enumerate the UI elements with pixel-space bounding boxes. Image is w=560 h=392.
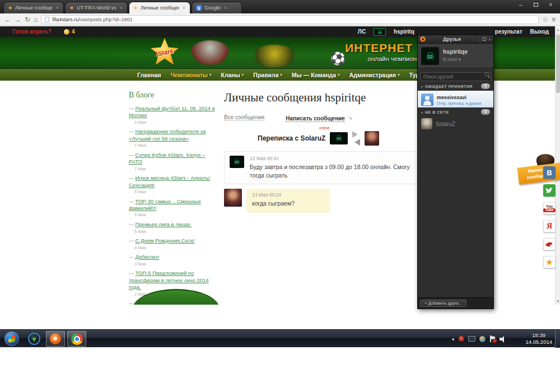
page-icon — [45, 17, 49, 22]
chevron-down-icon: ▾ — [398, 73, 400, 77]
own-avatar[interactable]: ☠ — [330, 132, 348, 144]
chrome-icon — [71, 333, 83, 345]
tab-ut-fifa[interactable]: ★ UT FIFA World vs UT × — [65, 2, 128, 13]
scroll-up-icon[interactable]: ▲ — [556, 27, 560, 32]
section-label: ОЖИДАЕТ ПРИНЯТИЯ — [425, 85, 479, 88]
taskbar-chrome[interactable] — [67, 331, 86, 347]
yandex-icon[interactable]: Я — [543, 220, 556, 232]
player-image — [252, 45, 297, 67]
sender-avatar[interactable] — [224, 189, 242, 207]
results-link[interactable]: результат — [495, 29, 522, 35]
friends-search-input[interactable] — [420, 72, 491, 81]
taskbar-mediaget[interactable]: ▼ — [25, 331, 44, 347]
friends-status-dropdown[interactable]: В сети ▾ — [443, 57, 468, 62]
friend-request-note[interactable]: Отпр. приглаш. в друзья — [437, 101, 481, 105]
network-icon[interactable] — [468, 336, 475, 342]
thread-header: Переписка с SolaruZ ☠ — [258, 131, 418, 146]
blog-link[interactable]: Дебютант — [136, 254, 160, 260]
message-text: Буду завтра и послезавтра з 09.00 до 18.… — [250, 163, 412, 180]
nav-rules[interactable]: Правила▾ — [253, 72, 282, 78]
blog-link[interactable]: Игрок месяца 4Stars - Апрель! Сенсация! — [129, 175, 210, 188]
logout-link[interactable]: Выход — [530, 29, 549, 35]
nav-administration[interactable]: Администрация▾ — [349, 72, 400, 78]
pm-link[interactable]: ЛС — [358, 29, 366, 35]
blog-heading: В блоге — [129, 91, 220, 100]
forward-icon[interactable]: → — [15, 16, 21, 23]
mediaget-icon: ▼ — [28, 333, 40, 345]
volume-icon[interactable] — [500, 335, 506, 342]
youtube-icon[interactable]: You Tube — [543, 202, 556, 214]
fourstars-icon[interactable]: ★ — [543, 256, 556, 268]
show-desktop-button[interactable] — [555, 330, 560, 348]
write-message-link[interactable]: Написать сообщение — [286, 115, 345, 122]
tray-app-icon[interactable] — [459, 336, 464, 342]
blog-link[interactable]: Премьер лига в лицах. — [136, 221, 192, 227]
menu-icon[interactable]: ≡ — [552, 16, 556, 23]
all-messages-link[interactable]: Все сообщения — [224, 114, 264, 121]
blog-date: 5 Мая — [134, 212, 220, 218]
blog-link[interactable]: Награждение победителя за «Лучший гол 59… — [129, 128, 206, 141]
blog-link[interactable]: Реальный футбол 11. 05. 2014 в Москве — [129, 105, 215, 118]
section-collapse-icon: ▾ — [421, 85, 423, 88]
blog-item: —Дебютант3 Мая — [129, 254, 220, 267]
taskbar-clock[interactable]: 18:39 14.05.2014 — [525, 332, 552, 346]
add-friend-button[interactable]: + Добавить друга... — [420, 300, 466, 307]
action-center-flag-icon[interactable] — [489, 335, 496, 342]
reload-icon[interactable]: ↻ — [25, 16, 30, 23]
ready-to-play-label[interactable]: Готов играть? — [12, 29, 52, 35]
blog-link[interactable]: ТОР-30 самых....Смешных фамилий!!! — [129, 198, 201, 211]
section-pending[interactable]: ▾ ОЖИДАЕТ ПРИНЯТИЯ 1 — [418, 82, 493, 91]
friend-row-pending[interactable]: messivsxavi Отпр. приглаш. в друзья — [418, 91, 493, 108]
nav-clans[interactable]: Кланы▾ — [221, 72, 244, 78]
home-icon[interactable]: ⌂ — [34, 16, 38, 23]
maximize-button[interactable] — [529, 1, 543, 9]
blog-link[interactable]: С Днем Рождения,Сеск! — [136, 237, 195, 244]
tab-close-icon[interactable]: × — [119, 5, 123, 11]
scrollbar-thumb[interactable] — [556, 34, 560, 93]
nav-championships[interactable]: Чемпионаты▾ — [171, 72, 212, 78]
blog-link[interactable]: Супер Кубок 4Stars. Xenys – РАТО — [129, 152, 205, 165]
tab-google[interactable]: g Google × — [192, 2, 242, 13]
bookmark-star-icon[interactable]: ☆ — [542, 16, 548, 23]
partner-avatar[interactable] — [365, 131, 379, 146]
hidden-icons-arrow[interactable]: ◄ — [451, 337, 455, 341]
google-favicon: g — [196, 5, 202, 11]
tab-label: UT FIFA World vs UT — [77, 5, 116, 11]
section-offline[interactable]: ▾ НЕ В СЕТИ 1 — [418, 108, 493, 116]
friends-close-button[interactable]: × — [488, 37, 491, 42]
friend-row-offline[interactable]: SolaruZ — [418, 116, 493, 131]
tab-close-icon[interactable]: × — [223, 5, 227, 11]
minimize-button[interactable]: – — [514, 1, 528, 9]
tray-color-icon[interactable] — [479, 336, 486, 342]
url-bar[interactable]: fifa4stars.ru/userposts.php?id=1801 — [41, 15, 539, 24]
back-icon[interactable]: ← — [4, 16, 11, 23]
red-mascot-icon[interactable] — [543, 238, 556, 250]
nav-home[interactable]: Главная — [137, 72, 161, 78]
friends-titlebar[interactable]: Друзья – × — [418, 35, 493, 44]
tab-messages-active[interactable]: ★ Личные сообщени × — [129, 2, 190, 13]
blog-link[interactable]: ТОП-5 Предложений по трансферам в летнее… — [129, 270, 209, 290]
twitter-icon[interactable] — [543, 184, 556, 197]
username-link[interactable]: hspiritq — [394, 29, 414, 35]
sender-avatar[interactable]: ☠ — [230, 156, 244, 168]
taskbar-origin[interactable] — [46, 331, 65, 347]
nav-team[interactable]: Мы — Команда▾ — [292, 72, 340, 78]
scroll-down-icon[interactable]: ▼ — [556, 298, 560, 304]
tab-close-icon[interactable]: × — [55, 5, 59, 11]
friends-minimize-button[interactable]: – — [478, 37, 480, 42]
close-button[interactable]: × — [544, 1, 558, 9]
start-button[interactable] — [4, 332, 19, 346]
message-text: когда сыграем? — [252, 199, 325, 208]
friends-user-avatar[interactable]: ☠ — [421, 47, 439, 65]
vk-icon[interactable]: В — [543, 166, 556, 179]
friends-maximize-button[interactable] — [483, 38, 486, 41]
origin-icon — [420, 36, 426, 42]
message-timestamp: 13 Мая 00:24 — [252, 192, 325, 198]
friends-window-title: Друзья — [426, 36, 478, 42]
user-avatar[interactable]: ☠ — [374, 28, 386, 36]
tab-close-icon[interactable]: × — [182, 5, 186, 11]
site-star-favicon: ★ — [69, 6, 74, 11]
tab-messages-1[interactable]: ★ Личные сообщени × — [3, 2, 64, 13]
coin-icon — [64, 29, 69, 35]
pencil-icon: ✎ — [348, 116, 353, 122]
